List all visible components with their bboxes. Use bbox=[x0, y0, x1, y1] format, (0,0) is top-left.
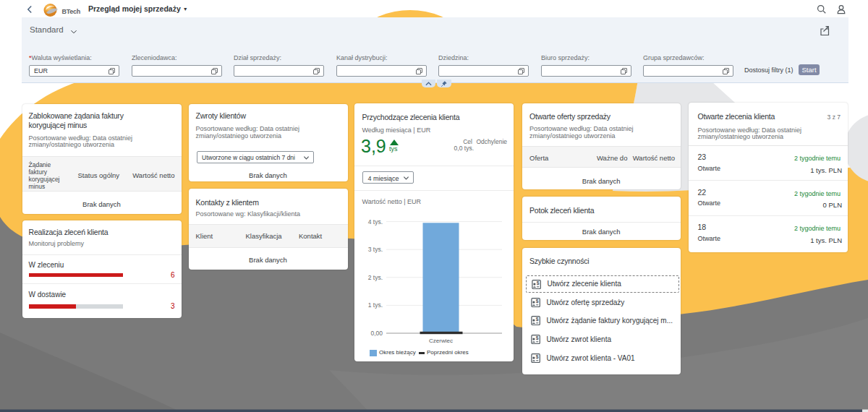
svg-text:$: $ bbox=[536, 280, 539, 286]
svg-text:3 tys.: 3 tys. bbox=[368, 246, 383, 253]
svg-text:1 tys.: 1 tys. bbox=[368, 301, 383, 309]
svg-text:$: $ bbox=[535, 298, 538, 304]
svg-text:4 tys.: 4 tys. bbox=[368, 218, 383, 225]
svg-text:0,00: 0,00 bbox=[370, 330, 383, 337]
svg-text:2 tys.: 2 tys. bbox=[368, 273, 383, 280]
svg-text:$: $ bbox=[535, 317, 538, 322]
svg-text:BTech: BTech bbox=[62, 8, 80, 15]
svg-text:$: $ bbox=[535, 353, 538, 359]
svg-text:$: $ bbox=[535, 335, 538, 341]
svg-text:Czerwiec: Czerwiec bbox=[429, 337, 453, 343]
